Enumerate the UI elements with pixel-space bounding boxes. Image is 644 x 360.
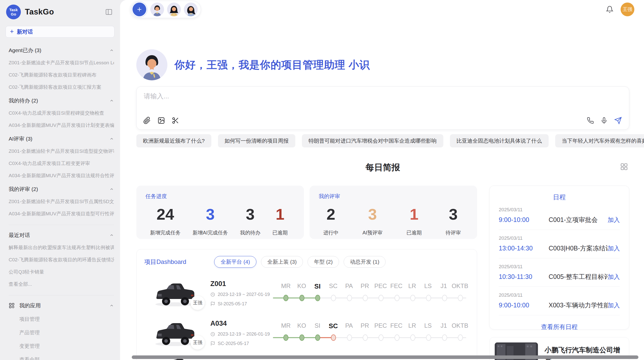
list-item[interactable]: A034-全新新能源MUV产品开发项目计划变更表编写 — [9, 122, 114, 129]
avatar[interactable] — [150, 3, 164, 16]
horizontal-scrollbar[interactable] — [132, 355, 638, 359]
tab-new-platform[interactable]: 全新平台 (4) — [214, 256, 256, 268]
sidebar-item-project-mgmt[interactable]: 项目管理 — [9, 316, 114, 323]
milestone-dot — [410, 295, 415, 301]
list-item[interactable]: Z001-全新燃油轻卡产品开发项目SI造型提交物评审 — [9, 148, 114, 155]
send-icon[interactable] — [614, 117, 622, 124]
phone-icon[interactable] — [587, 117, 594, 124]
list-item[interactable]: Z001-全新燃油皮卡产品开发项目SI节点Lesson Learn报告 — [9, 59, 114, 66]
user-avatar[interactable]: 王强 — [621, 3, 634, 16]
tab-powertrain[interactable]: 动总开发 (1) — [344, 256, 386, 268]
view-all-apps[interactable]: 查看全部... — [9, 356, 114, 360]
dashboard-tabs: 全新平台 (4) 全新上装 (3) 年型 (2) 动总开发 (1) — [214, 256, 386, 268]
sidebar: Task Go TaskGo + 新对话 Agent已办 (3) Z001-全新… — [0, 0, 120, 360]
sidebar-collapse-icon[interactable] — [105, 8, 113, 16]
nav-label: 我的应用 — [19, 302, 41, 309]
avatar[interactable] — [184, 3, 198, 16]
sidebar-item-change-mgmt[interactable]: 变更管理 — [9, 343, 114, 350]
notification-bell-icon[interactable] — [606, 6, 613, 13]
chevron-up-icon[interactable] — [109, 48, 114, 53]
milestone-label: OKTB — [452, 322, 468, 330]
add-session-button[interactable] — [133, 3, 146, 16]
sidebar-item-product-mgmt[interactable]: 产品管理 — [9, 329, 114, 336]
mic-icon[interactable] — [601, 117, 608, 124]
composer-tools — [143, 117, 179, 124]
topbar-right: 王强 — [606, 3, 634, 16]
stat-label: 新增AI完成任务 — [193, 229, 228, 236]
event-time: 9:00-10:00 — [499, 302, 549, 309]
chevron-up-icon[interactable] — [109, 303, 114, 308]
milestone-label: LS — [420, 322, 436, 330]
scissors-icon[interactable] — [172, 117, 179, 124]
view-all-schedule[interactable]: 查看所有日程 — [499, 323, 620, 331]
chevron-up-icon[interactable] — [109, 187, 114, 191]
chat-input[interactable] — [144, 92, 622, 100]
join-button[interactable]: 加入 — [608, 273, 620, 281]
flag-milestone: SC-2025-05-17 — [218, 341, 249, 346]
schedule-event: 2025/03/11 9:00-10:00 C001-立项审批会 加入 — [499, 207, 620, 230]
apps-grid-icon — [9, 303, 15, 309]
list-item[interactable]: 解释最新出台的欧盟报废车法规再生塑料比例被调至15%... — [9, 244, 114, 251]
milestone-label: KO — [294, 282, 310, 290]
view-all-recent[interactable]: 查看全部... — [9, 281, 114, 288]
join-button[interactable]: 加入 — [608, 301, 620, 309]
milestone-dot — [283, 334, 288, 341]
date-range: 2023-12-19 ~ 2027-01-19 — [218, 292, 270, 297]
avatar[interactable] — [167, 3, 181, 16]
section-agent-done[interactable]: Agent已办 (3) — [9, 47, 114, 54]
section-my-review[interactable]: 我的评审 (2) — [9, 186, 114, 193]
list-item[interactable]: C02-飞腾新能源轻客改款项目立项汇报方案 — [9, 84, 114, 91]
list-item[interactable]: 公司Q3轻卡销量 — [9, 269, 114, 275]
sidebar-item-my-apps[interactable]: 我的应用 — [9, 302, 114, 309]
suggestion-chip[interactable]: 比亚迪全固态电池计划具体说了什么 — [450, 134, 549, 147]
chevron-up-icon[interactable] — [109, 137, 114, 141]
milestone-dot — [363, 295, 368, 301]
list-item[interactable]: C0X4-动力总成开发项目SI里程碑提交物检查 — [9, 110, 114, 116]
suggestion-chip[interactable]: 如何写一份清晰的项目周报 — [218, 134, 295, 147]
stat-value: 24 — [150, 205, 181, 223]
section-my-todo[interactable]: 我的待办 (2) — [9, 97, 114, 104]
my-review-card: 我的评审 2 进行中 3 AI预评审 1 — [310, 186, 477, 239]
milestone-label: OKTB — [452, 282, 468, 290]
project-dashboard-card: 项目Dashboard 全新平台 (4) 全新上装 (3) 年型 (2) 动总开… — [136, 249, 477, 360]
logo-text-bottom: Go — [11, 12, 16, 16]
join-button[interactable]: 加入 — [608, 244, 620, 252]
image-icon[interactable] — [157, 117, 165, 124]
suggestion-chip[interactable]: 特朗普可能对进口汽车增税会对中国车企造成哪些影响 — [302, 134, 443, 147]
tab-new-body[interactable]: 全新上装 (3) — [261, 256, 303, 268]
chevron-up-icon[interactable] — [109, 233, 114, 237]
milestone-dot — [331, 334, 336, 341]
project-row[interactable]: 王强 Z001 2023-12-19 ~ 2027-01-19 SI-2025-… — [142, 279, 471, 307]
tab-model-year[interactable]: 年型 (2) — [308, 256, 339, 268]
section-recent-chats[interactable]: 最近对话 — [9, 232, 114, 239]
stat: 3 待评审 — [446, 205, 461, 236]
list-item[interactable]: A034-全新新能源MUV产品开发项目法规符合性评审 — [9, 172, 114, 179]
project-row[interactable]: 王强 A034 2023-12-19 ~ 2026-01-19 SC-2025-… — [142, 319, 471, 347]
list-item[interactable]: C02-飞腾新能源轻客改款项目里程碑画布 — [9, 72, 114, 78]
milestone-label: PA — [341, 282, 357, 290]
chevron-up-icon[interactable] — [109, 98, 114, 103]
milestone-dot — [442, 295, 447, 301]
section-title: AI评审 (3) — [9, 135, 32, 142]
section-ai-review[interactable]: AI评审 (3) — [9, 135, 114, 142]
layout-grid-icon[interactable] — [620, 163, 628, 170]
milestone-dot — [283, 295, 288, 301]
owner-badge: 王强 — [191, 296, 205, 310]
event-name: C003|H0B-方案冻结评审 — [549, 244, 608, 252]
milestone-label: MR — [278, 322, 294, 330]
list-item[interactable]: C0X4-动力总成开发项目工程变更评审 — [9, 160, 114, 167]
join-button[interactable]: 加入 — [608, 216, 620, 224]
list-item[interactable]: A034-全新新能源MUV产品开发项目造型可行性评审 — [9, 211, 114, 217]
sidebar-header: Task Go TaskGo — [0, 5, 120, 19]
attach-icon[interactable] — [143, 117, 151, 124]
logo-text-top: Task — [9, 8, 18, 12]
list-item[interactable]: Z001-全新燃油轻卡产品开发项目SI节点属性5D文件评审 — [9, 198, 114, 205]
list-item[interactable]: C02-飞腾新能源轻客改款项目的闭环通告反馈情况 — [9, 257, 114, 263]
new-chat-label: 新对话 — [17, 28, 33, 35]
milestone-timeline: MRKOSISCPAPRPECFECLRLSJ1OKTB — [278, 322, 468, 344]
composer[interactable] — [136, 86, 629, 130]
suggestion-chip[interactable]: 当下年轻人对汽车外观有怎样的喜好趋势 — [555, 134, 644, 147]
new-chat-button[interactable]: + 新对话 — [6, 26, 114, 38]
section-title: Agent已办 (3) — [9, 47, 41, 54]
suggestion-chip[interactable]: 欧洲新规最近颁布了什么? — [136, 134, 211, 147]
